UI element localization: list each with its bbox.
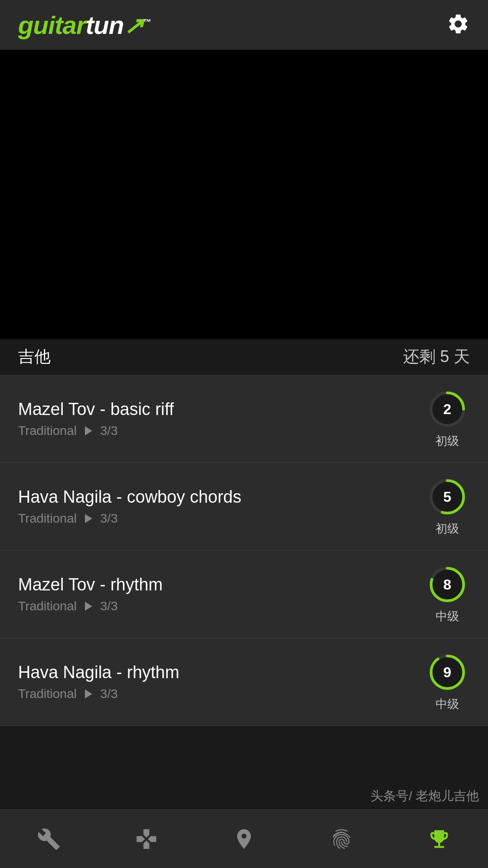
level-number: 2 [443, 401, 451, 418]
bottom-navigation [0, 809, 488, 868]
song-progress: 3/3 [100, 687, 118, 701]
app-header: guitartun↗™ [0, 0, 488, 50]
level-badge: 8 中级 [425, 564, 470, 624]
wrench-icon [37, 827, 61, 851]
nav-achievements[interactable] [390, 810, 488, 868]
logo-tm: ™ [143, 18, 151, 27]
song-info: Mazel Tov - rhythm Traditional 3/3 [18, 575, 163, 613]
song-meta: Traditional 3/3 [18, 511, 241, 526]
subtitle-bar: 吉他 还剩 5 天 [0, 339, 488, 375]
nav-games[interactable] [98, 810, 195, 868]
song-info: Mazel Tov - basic riff Traditional 3/3 [18, 400, 174, 438]
song-item[interactable]: Mazel Tov - basic riff Traditional 3/3 2… [0, 375, 488, 463]
level-number: 5 [443, 489, 451, 505]
level-label: 初级 [436, 433, 459, 449]
level-number: 9 [443, 664, 451, 681]
level-label: 中级 [436, 609, 459, 624]
level-badge: 9 中级 [425, 652, 470, 712]
gamepad-icon [135, 827, 158, 851]
nav-chords[interactable] [293, 810, 390, 868]
level-badge: 2 初级 [425, 389, 470, 449]
video-area[interactable] [0, 50, 488, 339]
play-icon [85, 602, 92, 611]
settings-button[interactable] [446, 12, 470, 38]
nav-tuner[interactable] [0, 810, 98, 868]
gear-icon [446, 12, 470, 36]
song-progress: 3/3 [100, 424, 118, 438]
song-title: Mazel Tov - basic riff [18, 400, 174, 419]
progress-circle: 5 [427, 476, 468, 517]
logo-guitar-text: guitar [18, 11, 86, 39]
watermark: 头条号/ 老炮儿吉他 [371, 788, 479, 805]
play-icon [85, 689, 92, 698]
instrument-label: 吉他 [18, 346, 51, 368]
logo-tuna-text: tun [86, 11, 124, 39]
song-info: Hava Nagila - rhythm Traditional 3/3 [18, 663, 179, 701]
nav-songs[interactable] [195, 810, 293, 868]
days-remaining-label: 还剩 5 天 [403, 346, 470, 368]
level-label: 中级 [436, 696, 459, 712]
song-meta: Traditional 3/3 [18, 599, 163, 613]
song-title: Mazel Tov - rhythm [18, 575, 163, 594]
song-artist: Traditional [18, 424, 77, 438]
song-meta: Traditional 3/3 [18, 687, 179, 701]
level-badge: 5 初级 [425, 476, 470, 537]
song-list: Mazel Tov - basic riff Traditional 3/3 2… [0, 375, 488, 726]
play-icon [85, 426, 92, 435]
logo-arrow-icon: ↗ [124, 13, 143, 39]
trophy-icon [427, 827, 451, 851]
song-item[interactable]: Hava Nagila - rhythm Traditional 3/3 9 中… [0, 638, 488, 726]
song-title: Hava Nagila - rhythm [18, 663, 179, 682]
song-artist: Traditional [18, 599, 77, 613]
level-label: 初级 [436, 521, 459, 537]
progress-circle: 2 [427, 389, 468, 429]
song-item[interactable]: Mazel Tov - rhythm Traditional 3/3 8 中级 [0, 551, 488, 638]
location-pin-icon [232, 827, 256, 851]
song-info: Hava Nagila - cowboy chords Traditional … [18, 487, 241, 526]
play-icon [85, 514, 92, 523]
song-progress: 3/3 [100, 599, 118, 613]
progress-circle: 9 [427, 652, 468, 693]
fingerprint-icon [330, 827, 353, 851]
progress-circle: 8 [427, 564, 468, 605]
level-number: 8 [443, 576, 451, 593]
app-logo: guitartun↗™ [18, 10, 151, 40]
song-artist: Traditional [18, 687, 77, 701]
song-item[interactable]: Hava Nagila - cowboy chords Traditional … [0, 463, 488, 551]
song-progress: 3/3 [100, 511, 118, 526]
song-title: Hava Nagila - cowboy chords [18, 487, 241, 507]
song-meta: Traditional 3/3 [18, 424, 174, 438]
song-artist: Traditional [18, 511, 77, 526]
